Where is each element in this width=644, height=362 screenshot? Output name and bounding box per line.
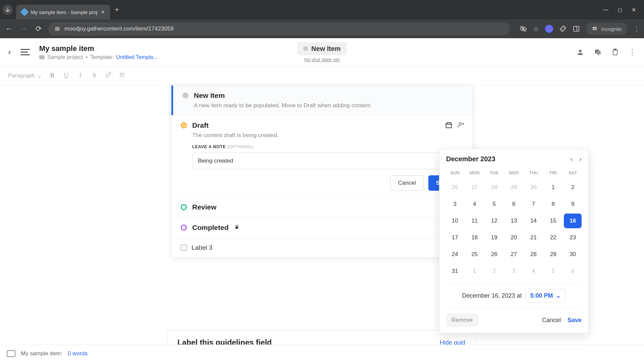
extensions-icon[interactable] xyxy=(559,25,567,33)
calendar-day[interactable]: 1 xyxy=(544,180,562,195)
incognito-badge[interactable]: Incognito xyxy=(586,23,627,35)
comments-icon[interactable] xyxy=(594,48,602,56)
svg-point-8 xyxy=(595,28,597,30)
calendar-day[interactable]: 9 xyxy=(564,197,582,212)
calendar-day[interactable]: 29 xyxy=(505,180,523,195)
kebab-menu-icon[interactable]: ⋮ xyxy=(633,25,640,33)
minimize-icon[interactable]: — xyxy=(603,7,608,13)
calendar-day[interactable]: 13 xyxy=(505,214,523,228)
menu-toggle-icon[interactable] xyxy=(20,49,30,55)
calendar-day[interactable]: 11 xyxy=(466,214,484,228)
next-month-icon[interactable]: › xyxy=(579,155,582,163)
label-3-row[interactable]: Label 3 xyxy=(171,238,473,257)
calendar-day[interactable]: 3 xyxy=(505,264,523,279)
calendar-day[interactable]: 17 xyxy=(446,230,464,245)
remove-date-button[interactable]: Remove xyxy=(446,313,478,327)
workflow-item-review[interactable]: Review xyxy=(171,197,473,218)
workflow-item-completed[interactable]: Completed xyxy=(171,218,473,238)
maximize-icon[interactable]: ◻ xyxy=(618,7,622,13)
bookmark-star-icon[interactable]: ☆ xyxy=(533,25,539,33)
search-tabs-button[interactable] xyxy=(3,5,13,15)
cancel-button[interactable]: Cancel xyxy=(390,175,424,191)
calendar-day[interactable]: 2 xyxy=(564,180,582,195)
calendar-day[interactable]: 6 xyxy=(564,264,582,279)
back-icon[interactable]: ← xyxy=(4,24,14,33)
calendar-day[interactable]: 8 xyxy=(544,197,562,212)
url-input[interactable]: moodjoy.gathercontent.com/item/17423059 xyxy=(48,22,510,36)
calendar-day[interactable]: 5 xyxy=(485,197,503,212)
calendar-day[interactable]: 22 xyxy=(544,230,562,245)
user-icon[interactable] xyxy=(576,48,584,56)
calendar-day[interactable]: 6 xyxy=(505,197,523,212)
paragraph-select[interactable]: Paragraph ⌄ xyxy=(8,72,42,79)
calendar-day[interactable]: 2 xyxy=(485,264,503,279)
calendar-day[interactable]: 16 xyxy=(564,214,582,228)
close-window-icon[interactable]: ✕ xyxy=(632,7,636,13)
tab-title: My sample item - Sample proj xyxy=(31,9,97,15)
bold-button[interactable]: B xyxy=(48,72,56,79)
svg-point-15 xyxy=(120,73,121,74)
template-link[interactable]: Untitled Templa... xyxy=(116,54,157,60)
word-count[interactable]: 0 words xyxy=(68,350,88,357)
calendar-day[interactable]: 10 xyxy=(446,214,464,228)
calendar-day[interactable]: 19 xyxy=(485,230,503,245)
calendar-day[interactable]: 15 xyxy=(544,214,562,228)
assign-user-icon[interactable] xyxy=(457,121,465,130)
new-tab-button[interactable]: + xyxy=(115,5,119,14)
calendar-day[interactable]: 1 xyxy=(466,264,484,279)
calendar-day[interactable]: 26 xyxy=(446,180,464,195)
calendar-day[interactable]: 27 xyxy=(466,180,484,195)
clipboard-icon[interactable] xyxy=(611,48,619,56)
cancel-date-button[interactable]: Cancel xyxy=(542,317,561,324)
calendar-day[interactable]: 25 xyxy=(466,247,484,262)
profile-icon[interactable] xyxy=(545,25,553,33)
reload-icon[interactable]: ⟳ xyxy=(34,24,44,33)
more-menu-icon[interactable]: ⋮ xyxy=(629,48,636,57)
calendar-day[interactable]: 4 xyxy=(525,264,542,279)
due-date-link[interactable]: No due date set xyxy=(297,57,347,62)
calendar-day[interactable]: 31 xyxy=(446,264,464,279)
time-select[interactable]: 5:00 PM ⌄ xyxy=(525,289,566,302)
save-date-button[interactable]: Save xyxy=(568,317,582,324)
calendar-day[interactable]: 20 xyxy=(505,230,523,245)
forward-icon[interactable]: → xyxy=(19,24,29,33)
status-selector[interactable]: New Item No due date set xyxy=(297,42,347,62)
calendar-day[interactable]: 28 xyxy=(525,247,542,262)
calendar-day[interactable]: 30 xyxy=(564,247,582,262)
link-button[interactable] xyxy=(104,72,112,79)
back-button[interactable]: ‹ xyxy=(8,47,11,57)
calendar-day[interactable]: 3 xyxy=(446,197,464,212)
calendar-day[interactable]: 21 xyxy=(525,230,542,245)
calendar-day[interactable]: 30 xyxy=(525,180,542,195)
close-tab-icon[interactable]: × xyxy=(101,9,105,16)
italic-button[interactable]: I xyxy=(76,72,84,79)
calendar-day[interactable]: 29 xyxy=(544,247,562,262)
workflow-item-draft[interactable]: Draft The content draft is being created… xyxy=(171,115,473,197)
note-optional: (OPTIONAL) xyxy=(227,144,254,149)
calendar-day[interactable]: 26 xyxy=(485,247,503,262)
calendar-day[interactable]: 24 xyxy=(446,247,464,262)
keyboard-icon[interactable] xyxy=(7,350,15,357)
underline-button[interactable]: U xyxy=(62,72,70,79)
calendar-day[interactable]: 14 xyxy=(525,214,542,228)
chevron-down-icon: ⌄ xyxy=(556,292,561,299)
browser-tab[interactable]: My sample item - Sample proj × xyxy=(16,5,110,19)
calendar-day[interactable]: 7 xyxy=(525,197,542,212)
calendar-day[interactable]: 12 xyxy=(485,214,503,228)
workflow-item-new[interactable]: New Item A new item ready to be populate… xyxy=(171,85,473,115)
calendar-icon[interactable] xyxy=(445,121,452,130)
calendar-day[interactable]: 4 xyxy=(466,197,484,212)
calendar-day[interactable]: 18 xyxy=(466,230,484,245)
note-input[interactable] xyxy=(192,153,452,169)
calendar-day[interactable]: 28 xyxy=(485,180,503,195)
project-name[interactable]: Sample project xyxy=(47,54,83,60)
label-3-checkbox[interactable] xyxy=(181,245,187,251)
list-button[interactable] xyxy=(118,72,126,79)
calendar-day[interactable]: 5 xyxy=(544,264,562,279)
prev-month-icon[interactable]: ‹ xyxy=(571,155,573,163)
calendar-day[interactable]: 23 xyxy=(564,230,582,245)
calendar-day[interactable]: 27 xyxy=(505,247,523,262)
sidepanel-icon[interactable] xyxy=(573,25,580,33)
eye-off-icon[interactable] xyxy=(520,25,527,33)
strike-button[interactable]: S xyxy=(90,72,98,79)
